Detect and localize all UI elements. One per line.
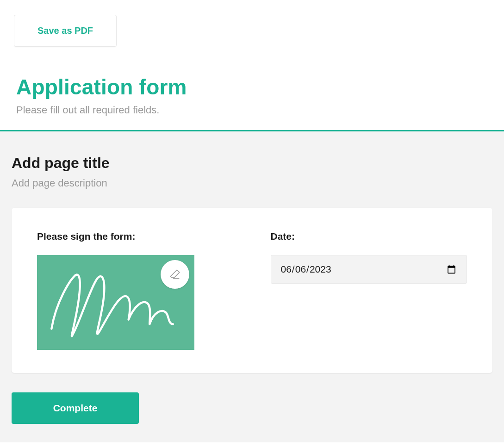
page-description: Add page description xyxy=(12,177,492,189)
date-column: Date: xyxy=(271,231,467,350)
form-title: Application form xyxy=(16,74,488,99)
page-body: Add page title Add page description Plea… xyxy=(0,131,504,442)
form-subtitle: Please fill out all required fields. xyxy=(16,104,488,116)
eraser-icon xyxy=(169,268,181,280)
date-label: Date: xyxy=(271,231,467,242)
save-as-pdf-button[interactable]: Save as PDF xyxy=(14,15,117,47)
signature-pad[interactable] xyxy=(37,255,194,350)
erase-signature-button[interactable] xyxy=(161,260,189,289)
signature-column: Please sign the form: xyxy=(37,231,234,350)
form-card: Please sign the form: Date: xyxy=(12,208,492,373)
header-region: Save as PDF Application form Please fill… xyxy=(0,0,504,116)
page-title: Add page title xyxy=(12,155,492,172)
signature-label: Please sign the form: xyxy=(37,231,234,242)
date-input[interactable] xyxy=(271,255,467,284)
complete-button[interactable]: Complete xyxy=(12,392,139,424)
